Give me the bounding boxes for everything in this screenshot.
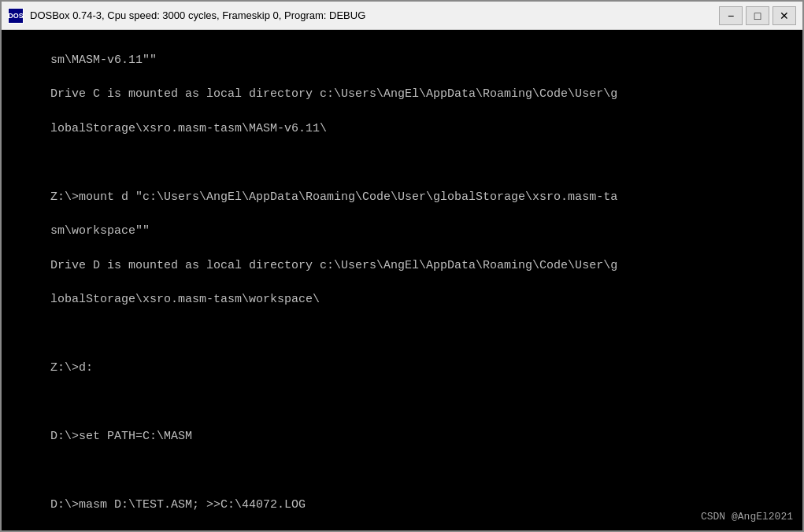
console-line-2: Drive C is mounted as local directory c:… [50, 87, 617, 101]
title-bar: DOS DOSBox 0.74-3, Cpu speed: 3000 cycle… [2, 2, 802, 30]
restore-button[interactable]: □ [746, 6, 769, 25]
console-line-3: lobalStorage\xsro.masm-tasm\MASM-v6.11\ [50, 122, 327, 135]
console-line-7: Drive D is mounted as local directory c:… [50, 259, 617, 272]
console-line-14: D:\>masm D:\TEST.ASM; >>C:\44072.LOG [50, 498, 306, 512]
console-line-6: sm\workspace"" [50, 224, 150, 238]
console-line-10: Z:\>d: [50, 361, 93, 375]
app-icon: DOS [8, 8, 24, 24]
console-line-8: lobalStorage\xsro.masm-tasm\workspace\ [50, 293, 320, 306]
minimize-button[interactable]: − [719, 6, 743, 25]
title-bar-buttons: − □ ✕ [719, 6, 796, 25]
console-line-5: Z:\>mount d "c:\Users\AngEl\AppData\Roam… [50, 190, 617, 204]
title-bar-text: DOSBox 0.74-3, Cpu speed: 3000 cycles, F… [30, 9, 713, 21]
console-line-1: sm\MASM-v6.11"" [50, 54, 157, 67]
console-area[interactable]: sm\MASM-v6.11"" Drive C is mounted as lo… [2, 30, 802, 530]
close-button[interactable]: ✕ [773, 6, 796, 25]
console-output: sm\MASM-v6.11"" Drive C is mounted as lo… [8, 35, 796, 530]
watermark: CSDN @AngEl2021 [701, 511, 793, 523]
console-line-12: D:\>set PATH=C:\MASM [50, 430, 192, 443]
dosbox-window: DOS DOSBox 0.74-3, Cpu speed: 3000 cycle… [0, 0, 804, 532]
